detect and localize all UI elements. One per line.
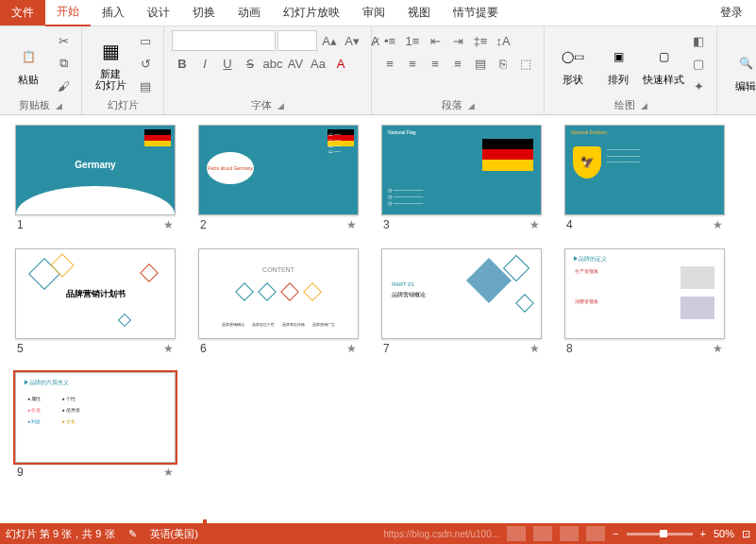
- eagle-emblem-icon: 🦅: [573, 146, 601, 178]
- justify-button[interactable]: ≡: [447, 53, 468, 74]
- decrease-font-button[interactable]: A▾: [342, 30, 362, 51]
- increase-indent-button[interactable]: ⇥: [447, 30, 468, 51]
- slide-thumb-4[interactable]: National Emblem 🦅 ──────────────────────…: [564, 125, 725, 231]
- arrange-button[interactable]: ▣ 排列: [597, 33, 639, 94]
- paragraph-dialog-launcher[interactable]: ◢: [468, 101, 475, 110]
- fit-window-button[interactable]: ⊡: [742, 528, 750, 540]
- slide-thumb-2[interactable]: Facts about Germany ▭ ──▭ ──▭ ──▭ ── 2★: [198, 125, 359, 231]
- paste-label: 粘贴: [18, 74, 39, 85]
- underline-button[interactable]: U: [217, 53, 238, 74]
- slideshow-view-button[interactable]: [586, 526, 605, 541]
- login-button[interactable]: 登录: [707, 0, 756, 26]
- copy-button[interactable]: ⧉: [53, 53, 74, 74]
- arrange-icon: ▣: [603, 42, 633, 72]
- font-family-combo[interactable]: [172, 30, 276, 51]
- smartart-convert-button[interactable]: ⬚: [515, 53, 536, 74]
- numbering-button[interactable]: 1≡: [402, 30, 423, 51]
- align-right-button[interactable]: ≡: [425, 53, 445, 74]
- zoom-in-button[interactable]: +: [700, 528, 706, 539]
- drawing-dialog-launcher[interactable]: ◢: [641, 101, 647, 110]
- font-dialog-launcher[interactable]: ◢: [277, 101, 284, 110]
- font-group-label: 字体: [251, 98, 272, 112]
- italic-button[interactable]: I: [194, 53, 215, 74]
- slide-4-number: 4: [566, 218, 573, 231]
- slide-thumb-8[interactable]: ▶品牌的定义 生产者视角 消费者视角 8★: [564, 248, 725, 355]
- shapes-button[interactable]: ◯▭ 形状: [552, 33, 594, 94]
- slide-thumb-5[interactable]: 品牌营销计划书 5★: [15, 248, 176, 355]
- file-tab[interactable]: 文件: [0, 0, 45, 26]
- section-button[interactable]: ▤: [135, 76, 156, 96]
- tab-slideshow[interactable]: 幻灯片放映: [272, 0, 351, 26]
- normal-view-button[interactable]: [507, 526, 526, 541]
- text-shadow-button[interactable]: abc: [262, 53, 283, 74]
- find-icon: 🔍: [731, 48, 756, 78]
- new-slide-label: 新建 幻灯片: [95, 68, 126, 91]
- new-slide-button[interactable]: ▦ 新建 幻灯片: [90, 33, 131, 94]
- paste-icon: 📋: [13, 42, 43, 72]
- slide-8-image1: [680, 266, 714, 289]
- bullets-button[interactable]: •≡: [379, 30, 400, 51]
- cloud-shape: Facts about Germany: [207, 152, 254, 184]
- quick-styles-button[interactable]: ▢ 快速样式: [643, 33, 684, 94]
- zoom-out-button[interactable]: −: [613, 528, 618, 539]
- slide-thumb-1[interactable]: Germany 1★: [15, 125, 176, 231]
- align-center-button[interactable]: ≡: [402, 53, 423, 74]
- slide-layout-button[interactable]: ▭: [135, 30, 156, 51]
- font-size-combo[interactable]: [277, 30, 317, 51]
- strikethrough-button[interactable]: S̶: [240, 53, 260, 74]
- slide-thumb-6[interactable]: CONTENT 品牌营销概论品牌定位个性品牌塑造传播品牌营销广告 6★: [198, 248, 359, 355]
- slide-9-list: ● 属性● 个性 ● 价值● 使用者 ● 利益● 文化: [27, 396, 80, 424]
- slide-7-part: PART 01: [392, 281, 414, 287]
- slide-5-title: 品牌营销计划书: [16, 249, 175, 338]
- increase-font-button[interactable]: A▴: [319, 30, 340, 51]
- columns-button[interactable]: ▤: [470, 53, 491, 74]
- group-slides: ▦ 新建 幻灯片 ▭ ↺ ▤ 幻灯片: [82, 26, 164, 114]
- shape-effects-button[interactable]: ✦: [688, 76, 709, 96]
- slide-thumb-9[interactable]: ▶品牌的六层含义 ● 属性● 个性 ● 价值● 使用者 ● 利益● 文化 9★: [15, 372, 176, 479]
- tab-animations[interactable]: 动画: [227, 0, 272, 26]
- slide-thumb-3[interactable]: National Flag ◷ ─────────◷ ─────────◷ ──…: [381, 125, 542, 231]
- decrease-indent-button[interactable]: ⇤: [425, 30, 445, 51]
- align-text-button[interactable]: ⎘: [493, 53, 513, 74]
- slide-7-number: 7: [383, 342, 390, 355]
- zoom-level[interactable]: 50%: [714, 528, 734, 539]
- text-direction-button[interactable]: ↕A: [493, 30, 513, 51]
- shape-outline-button[interactable]: ▢: [688, 53, 709, 74]
- zoom-slider[interactable]: [627, 533, 693, 536]
- tab-review[interactable]: 审阅: [351, 0, 396, 26]
- tab-storyboard[interactable]: 情节提要: [442, 0, 510, 26]
- tab-home[interactable]: 开始: [45, 0, 91, 26]
- clipboard-dialog-launcher[interactable]: ◢: [56, 101, 62, 110]
- star-icon: ★: [346, 218, 357, 231]
- status-language[interactable]: 英语(美国): [150, 527, 198, 541]
- tab-insert[interactable]: 插入: [91, 0, 136, 26]
- drawing-group-label: 绘图: [614, 98, 635, 112]
- format-painter-button[interactable]: 🖌: [53, 76, 74, 96]
- change-case-button[interactable]: Aa: [308, 53, 328, 74]
- tab-transitions[interactable]: 切换: [181, 0, 227, 26]
- char-spacing-button[interactable]: AV: [285, 53, 306, 74]
- align-left-button[interactable]: ≡: [379, 53, 400, 74]
- sorter-view-button[interactable]: [533, 526, 552, 541]
- paste-button[interactable]: 📋 粘贴: [8, 33, 49, 94]
- slide-sorter-view[interactable]: Germany 1★ Facts about Germany ▭ ──▭ ──▭…: [0, 115, 756, 523]
- reset-slide-button[interactable]: ↺: [135, 53, 156, 74]
- star-icon: ★: [346, 342, 357, 355]
- bold-button[interactable]: B: [172, 53, 193, 74]
- slide-2-list: ▭ ──▭ ──▭ ──▭ ──: [328, 131, 341, 154]
- editing-button[interactable]: 🔍 编辑: [725, 41, 756, 101]
- line-spacing-button[interactable]: ‡≡: [470, 30, 491, 51]
- slide-thumb-7[interactable]: PART 01 品牌营销概论 7★: [381, 248, 542, 355]
- tab-view[interactable]: 视图: [396, 0, 442, 26]
- paragraph-group-label: 段落: [442, 98, 462, 112]
- group-drawing: ◯▭ 形状 ▣ 排列 ▢ 快速样式 ◧ ▢ ✦ 绘图◢: [545, 26, 717, 114]
- slide-6-number: 6: [200, 342, 207, 355]
- slide-1-number: 1: [17, 218, 24, 231]
- group-editing: 🔍 编辑: [717, 26, 756, 114]
- reading-view-button[interactable]: [560, 526, 579, 541]
- cut-button[interactable]: ✂: [53, 30, 74, 51]
- tab-design[interactable]: 设计: [136, 0, 181, 26]
- font-color-button[interactable]: A: [330, 53, 351, 74]
- spellcheck-icon[interactable]: ✎: [128, 528, 137, 540]
- shape-fill-button[interactable]: ◧: [688, 30, 709, 51]
